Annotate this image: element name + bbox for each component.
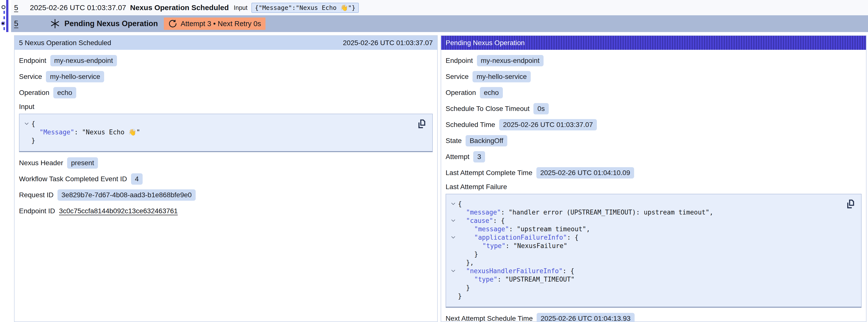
event-detail-panels: 5 Nexus Operation Scheduled 2025-02-26 U… [14,35,867,322]
field-value-badge: echo [480,87,503,98]
event-id-link[interactable]: 5 [14,3,18,11]
field-row: Last Attempt Complete Time 2025-02-26 UT… [445,167,862,179]
field-label: Service [445,73,469,80]
json-line: { [22,120,415,128]
json-line: "applicationFailureInfo": { [448,233,844,242]
field-label: Endpoint [19,57,46,65]
retry-icon [168,19,177,28]
copy-icon [416,118,427,130]
timeline-node-open-icon [1,5,5,9]
timeline-node-filled-icon [1,22,5,25]
retry-status-badge: Attempt 3 • Next Retry 0s [164,18,266,30]
asterisk-icon [50,19,60,29]
json-line: } [448,284,844,292]
copy-icon [845,198,856,211]
json-line: "message": "handler error (UPSTREAM_TIME… [448,208,844,217]
scheduled-panel-body: Endpoint my-nexus-endpoint Service my-he… [14,50,437,226]
event-row-scheduled[interactable]: 5 2025-02-26 UTC 01:03:37.07 Nexus Opera… [11,0,868,15]
field-value-badge: my-nexus-endpoint [50,55,117,66]
field-label: Operation [445,89,476,97]
field-row: Service my-hello-service [19,71,433,83]
field-label: State [445,137,462,145]
failure-json-viewer: { "message": "handler error (UPSTREAM_TI… [445,194,862,308]
field-row: Workflow Task Completed Event ID 4 [19,173,433,185]
field-row: Operation echo [19,87,433,99]
field-value-badge: present [67,157,98,169]
field-row: Next Attempt Schedule Time 2025-02-26 UT… [445,313,862,322]
json-line: } [22,136,415,145]
field-row: Operation echo [445,87,862,99]
copy-button[interactable] [845,198,856,211]
field-row: Service my-hello-service [445,71,862,83]
collapse-chevron-icon[interactable] [451,236,455,239]
field-label: Operation [19,89,49,97]
json-line: "Message": "Nexus Echo 👋" [22,128,415,136]
scheduled-panel-header: 5 Nexus Operation Scheduled 2025-02-26 U… [14,36,437,50]
field-row: State BackingOff [445,135,862,147]
failure-block-label: Last Attempt Failure [445,183,862,191]
field-row: Endpoint my-nexus-endpoint [445,55,862,67]
field-row: Schedule To Close Timeout 0s [445,103,862,115]
field-row: Endpoint my-nexus-endpoint [19,55,433,67]
panel-title: Pending Nexus Operation [445,39,525,47]
collapse-chevron-icon[interactable] [451,203,455,205]
field-label: Endpoint ID [19,207,55,215]
pending-panel-body: Endpoint my-nexus-endpoint Service my-he… [441,50,866,322]
field-label: Last Attempt Complete Time [445,169,532,177]
event-id-link[interactable]: 5 [14,19,18,28]
scheduled-event-panel: 5 Nexus Operation Scheduled 2025-02-26 U… [14,35,438,322]
field-value-badge: my-hello-service [472,71,531,82]
json-line: "nexusHandlerFailureInfo": { [448,267,844,275]
field-label: Next Attempt Schedule Time [445,315,533,322]
field-value-badge: 0s [533,103,549,115]
field-value-badge: my-nexus-endpoint [477,55,544,66]
pending-operation-panel: Pending Nexus Operation Endpoint my-nexu… [441,35,867,322]
field-label: Request ID [19,191,54,199]
collapse-chevron-icon[interactable] [451,270,455,272]
field-value-badge: 3e829b7e-7d67-4b08-aad3-b1e868bfe9e0 [58,189,196,201]
field-label: Nexus Header [19,159,63,167]
field-value-badge: 2025-02-26 UTC 01:03:37.07 [499,119,597,130]
field-label: Service [19,73,42,80]
json-line: "message": "upstream timeout", [448,225,844,233]
state-badge: BackingOff [466,135,507,147]
retry-badge-label: Attempt 3 • Next Retry 0s [181,20,261,28]
input-preview-chip[interactable]: {"Message":"Nexus Echo 👋"} [251,3,359,13]
field-value-badge: my-hello-service [46,71,104,82]
field-label: Attempt [445,153,469,161]
field-label: Scheduled Time [445,121,495,129]
json-line: "type": "NexusFailure" [448,242,844,250]
field-row: Endpoint ID 3c0c75ccfa8144b092c13ce63246… [19,205,433,217]
field-row: Attempt 3 [445,151,862,163]
field-row: Nexus Header present [19,157,433,169]
field-row: Scheduled Time 2025-02-26 UTC 01:03:37.0… [445,119,862,131]
input-label: Input [234,4,247,11]
input-block-label: Input [19,103,433,111]
field-label: Endpoint [445,57,473,65]
field-value-badge: 4 [131,173,143,185]
field-label: Schedule To Close Timeout [445,105,529,113]
copy-button[interactable] [416,118,427,130]
event-timestamp: 2025-02-26 UTC 01:03:37.07 [30,3,126,12]
pending-panel-header: Pending Nexus Operation [441,36,866,50]
field-value-badge: 2025-02-26 UTC 01:04:10.09 [536,167,634,179]
json-line: } [448,250,844,258]
event-history-view: 5 2025-02-26 UTC 01:03:37.07 Nexus Opera… [0,0,868,322]
collapse-chevron-icon[interactable] [25,123,29,125]
json-line: "cause": { [448,217,844,225]
pending-operation-title: Pending Nexus Operation [64,19,158,28]
json-line: "type": "UPSTREAM_TIMEOUT" [448,275,844,284]
field-value-badge: echo [53,87,76,98]
event-row-pending[interactable]: 5 Pending Nexus Operation Attempt 3 • Ne… [11,15,868,32]
json-line: } [448,292,844,300]
endpoint-id-link[interactable]: 3c0c75ccfa8144b092c13ce632463761 [59,207,178,215]
json-line: }, [448,258,844,267]
panel-title: 5 Nexus Operation Scheduled [19,39,111,47]
field-label: Workflow Task Completed Event ID [19,175,127,183]
panel-timestamp: 2025-02-26 UTC 01:03:37.07 [343,39,433,47]
field-value-badge: 3 [473,151,485,162]
collapse-chevron-icon[interactable] [451,219,455,222]
json-line: { [448,200,844,208]
field-value-badge: 2025-02-26 UTC 01:04:13.93 [537,313,634,322]
event-title: Nexus Operation Scheduled [130,3,229,12]
